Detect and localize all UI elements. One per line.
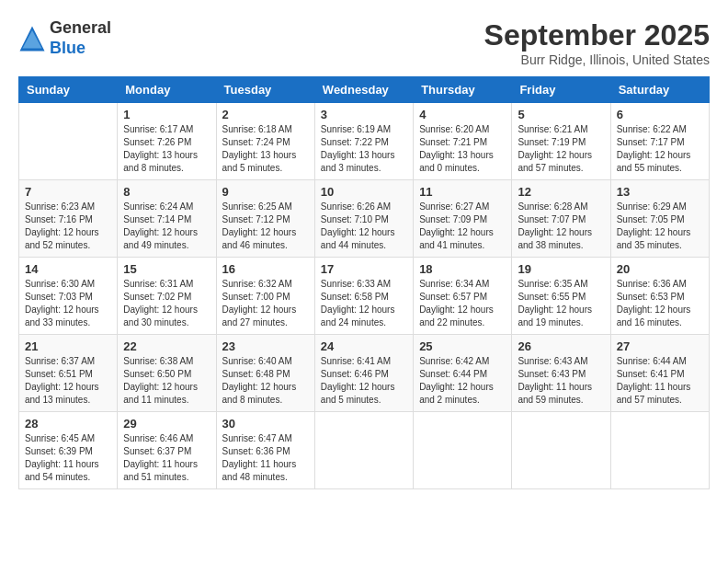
day-number: 21 [25,339,111,353]
day-of-week-header: Wednesday [314,77,413,103]
calendar-day-cell: 18Sunrise: 6:34 AM Sunset: 6:57 PM Dayli… [414,258,512,335]
calendar-day-cell: 28Sunrise: 6:45 AM Sunset: 6:39 PM Dayli… [19,412,118,489]
calendar-day-cell: 13Sunrise: 6:29 AM Sunset: 7:05 PM Dayli… [610,180,709,258]
day-info: Sunrise: 6:36 AM Sunset: 6:53 PM Dayligh… [617,278,703,329]
day-info: Sunrise: 6:45 AM Sunset: 6:39 PM Dayligh… [25,432,111,484]
title-block: September 2025 Burr Ridge, Illinois, Uni… [484,18,710,67]
day-info: Sunrise: 6:17 AM Sunset: 7:26 PM Dayligh… [123,123,210,175]
day-of-week-header: Saturday [610,77,709,103]
calendar-day-cell: 9Sunrise: 6:25 AM Sunset: 7:12 PM Daylig… [216,180,314,258]
calendar-day-cell: 14Sunrise: 6:30 AM Sunset: 7:03 PM Dayli… [19,258,118,335]
calendar-header-row: SundayMondayTuesdayWednesdayThursdayFrid… [19,77,710,103]
day-info: Sunrise: 6:31 AM Sunset: 7:02 PM Dayligh… [123,278,210,329]
calendar-day-cell: 25Sunrise: 6:42 AM Sunset: 6:44 PM Dayli… [414,335,512,412]
day-number: 25 [419,339,506,353]
day-info: Sunrise: 6:37 AM Sunset: 6:51 PM Dayligh… [25,355,111,407]
calendar-day-cell [414,412,512,489]
day-info: Sunrise: 6:46 AM Sunset: 6:37 PM Dayligh… [123,432,210,484]
location: Burr Ridge, Illinois, United States [484,52,710,67]
calendar-day-cell: 22Sunrise: 6:38 AM Sunset: 6:50 PM Dayli… [118,335,216,412]
calendar-day-cell [610,412,709,489]
month-title: September 2025 [484,18,710,52]
calendar-day-cell: 3Sunrise: 6:19 AM Sunset: 7:22 PM Daylig… [314,103,413,180]
day-number: 3 [321,108,407,121]
calendar-day-cell: 8Sunrise: 6:24 AM Sunset: 7:14 PM Daylig… [118,180,216,258]
calendar-day-cell: 12Sunrise: 6:28 AM Sunset: 7:07 PM Dayli… [512,180,610,258]
day-number: 23 [222,339,309,353]
calendar-day-cell: 1Sunrise: 6:17 AM Sunset: 7:26 PM Daylig… [118,103,216,180]
calendar-day-cell: 6Sunrise: 6:22 AM Sunset: 7:17 PM Daylig… [610,103,709,180]
day-number: 8 [123,185,210,199]
day-number: 11 [419,185,506,199]
logo-text: General Blue [50,18,111,58]
calendar-week-row: 28Sunrise: 6:45 AM Sunset: 6:39 PM Dayli… [19,412,710,489]
calendar-day-cell: 17Sunrise: 6:33 AM Sunset: 6:58 PM Dayli… [314,258,413,335]
day-number: 15 [123,262,210,276]
day-number: 30 [222,417,309,431]
day-info: Sunrise: 6:40 AM Sunset: 6:48 PM Dayligh… [222,355,309,407]
day-info: Sunrise: 6:24 AM Sunset: 7:14 PM Dayligh… [123,201,210,252]
day-number: 5 [518,108,604,121]
calendar-week-row: 1Sunrise: 6:17 AM Sunset: 7:26 PM Daylig… [19,103,710,180]
day-number: 26 [518,339,604,353]
day-number: 20 [617,262,703,276]
day-info: Sunrise: 6:20 AM Sunset: 7:21 PM Dayligh… [419,123,506,175]
day-of-week-header: Sunday [19,77,118,103]
svg-marker-1 [23,30,42,49]
day-info: Sunrise: 6:22 AM Sunset: 7:17 PM Dayligh… [617,123,703,175]
day-number: 24 [321,339,407,353]
day-number: 29 [123,417,210,431]
calendar-day-cell: 27Sunrise: 6:44 AM Sunset: 6:41 PM Dayli… [610,335,709,412]
calendar-day-cell: 20Sunrise: 6:36 AM Sunset: 6:53 PM Dayli… [610,258,709,335]
day-number: 9 [222,185,309,199]
day-info: Sunrise: 6:30 AM Sunset: 7:03 PM Dayligh… [25,278,111,329]
calendar-day-cell: 19Sunrise: 6:35 AM Sunset: 6:55 PM Dayli… [512,258,610,335]
day-info: Sunrise: 6:23 AM Sunset: 7:16 PM Dayligh… [25,201,111,252]
calendar-table: SundayMondayTuesdayWednesdayThursdayFrid… [18,76,710,489]
day-info: Sunrise: 6:25 AM Sunset: 7:12 PM Dayligh… [222,201,309,252]
day-of-week-header: Thursday [414,77,512,103]
day-info: Sunrise: 6:21 AM Sunset: 7:19 PM Dayligh… [518,123,604,175]
calendar-week-row: 21Sunrise: 6:37 AM Sunset: 6:51 PM Dayli… [19,335,710,412]
day-info: Sunrise: 6:38 AM Sunset: 6:50 PM Dayligh… [123,355,210,407]
day-info: Sunrise: 6:27 AM Sunset: 7:09 PM Dayligh… [419,201,506,252]
day-info: Sunrise: 6:19 AM Sunset: 7:22 PM Dayligh… [321,123,407,175]
calendar-day-cell: 10Sunrise: 6:26 AM Sunset: 7:10 PM Dayli… [314,180,413,258]
page-header: General Blue September 2025 Burr Ridge, … [18,18,710,67]
calendar-day-cell [512,412,610,489]
calendar-day-cell: 5Sunrise: 6:21 AM Sunset: 7:19 PM Daylig… [512,103,610,180]
calendar-week-row: 14Sunrise: 6:30 AM Sunset: 7:03 PM Dayli… [19,258,710,335]
calendar-day-cell: 26Sunrise: 6:43 AM Sunset: 6:43 PM Dayli… [512,335,610,412]
calendar-day-cell: 21Sunrise: 6:37 AM Sunset: 6:51 PM Dayli… [19,335,118,412]
day-number: 2 [222,108,309,121]
day-info: Sunrise: 6:42 AM Sunset: 6:44 PM Dayligh… [419,355,506,407]
day-info: Sunrise: 6:32 AM Sunset: 7:00 PM Dayligh… [222,278,309,329]
day-number: 7 [25,185,111,199]
calendar-day-cell: 11Sunrise: 6:27 AM Sunset: 7:09 PM Dayli… [414,180,512,258]
day-info: Sunrise: 6:43 AM Sunset: 6:43 PM Dayligh… [518,355,604,407]
calendar-day-cell: 4Sunrise: 6:20 AM Sunset: 7:21 PM Daylig… [414,103,512,180]
calendar-week-row: 7Sunrise: 6:23 AM Sunset: 7:16 PM Daylig… [19,180,710,258]
day-info: Sunrise: 6:35 AM Sunset: 6:55 PM Dayligh… [518,278,604,329]
day-info: Sunrise: 6:47 AM Sunset: 6:36 PM Dayligh… [222,432,309,484]
day-info: Sunrise: 6:26 AM Sunset: 7:10 PM Dayligh… [321,201,407,252]
day-info: Sunrise: 6:29 AM Sunset: 7:05 PM Dayligh… [617,201,703,252]
day-number: 16 [222,262,309,276]
day-number: 28 [25,417,111,431]
calendar-day-cell: 23Sunrise: 6:40 AM Sunset: 6:48 PM Dayli… [216,335,314,412]
day-number: 14 [25,262,111,276]
day-of-week-header: Tuesday [216,77,314,103]
logo-icon [18,25,46,52]
calendar-day-cell: 29Sunrise: 6:46 AM Sunset: 6:37 PM Dayli… [118,412,216,489]
calendar-day-cell: 7Sunrise: 6:23 AM Sunset: 7:16 PM Daylig… [19,180,118,258]
day-number: 27 [617,339,703,353]
calendar-day-cell: 15Sunrise: 6:31 AM Sunset: 7:02 PM Dayli… [118,258,216,335]
day-number: 10 [321,185,407,199]
day-number: 22 [123,339,210,353]
day-number: 6 [617,108,703,121]
calendar-day-cell [314,412,413,489]
day-info: Sunrise: 6:41 AM Sunset: 6:46 PM Dayligh… [321,355,407,407]
day-of-week-header: Friday [512,77,610,103]
day-info: Sunrise: 6:33 AM Sunset: 6:58 PM Dayligh… [321,278,407,329]
day-of-week-header: Monday [118,77,216,103]
